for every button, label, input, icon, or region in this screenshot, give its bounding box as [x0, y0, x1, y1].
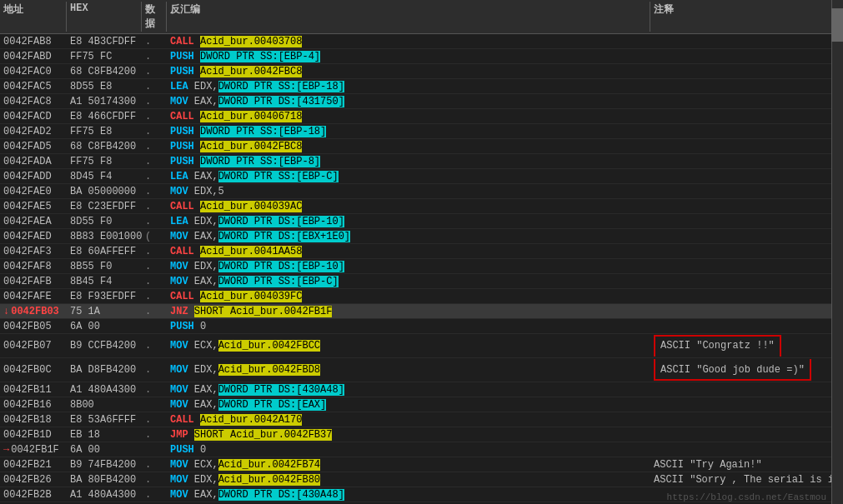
cell-address: 0042FAB8: [0, 35, 67, 48]
cell-disasm: MOV EDX,DWORD PTR DS:[EBP-10]: [167, 260, 650, 273]
cell-address: 0042FB26: [0, 473, 67, 487]
cell-comment: [650, 221, 843, 222]
table-row[interactable]: 0042FB21B9 74FB4200.MOV ECX,Acid_bur.004…: [0, 457, 843, 472]
cell-hex: A1 480A4300: [67, 383, 142, 397]
cell-address: →0042FB1F: [0, 443, 67, 457]
table-row[interactable]: 0042FAF3E8 60AFFEFF.CALL Acid_bur.0041AA…: [0, 244, 843, 259]
cell-hex: EB 18: [67, 428, 142, 442]
cell-address: 0042FB18: [0, 413, 67, 427]
cell-hex: E8 C23EFDFF: [67, 200, 142, 213]
cell-address: 0042FAC8: [0, 95, 67, 108]
table-row[interactable]: 0042FAFB8B45 F4.MOV EAX,DWORD PTR SS:[EB…: [0, 274, 843, 289]
cell-hex: A1 50174300: [67, 95, 142, 108]
cell-hex: A1 480A4300: [67, 488, 142, 502]
cell-comment: [650, 434, 843, 436]
cell-data: .: [142, 413, 167, 427]
table-row[interactable]: 0042FABDFF75 FC.PUSH DWORD PTR SS:[EBP-4…: [0, 49, 843, 64]
table-row[interactable]: 0042FB07B9 CCFB4200.MOV ECX,Acid_bur.004…: [0, 334, 843, 358]
table-row[interactable]: ↓0042FB0375 1A.JNZ SHORT Acid_bur.0042FB…: [0, 304, 843, 319]
table-row[interactable]: 0042FAF88B55 F0.MOV EDX,DWORD PTR DS:[EB…: [0, 259, 843, 274]
cell-address: 0042FAF8: [0, 260, 67, 273]
cell-comment: [650, 404, 843, 406]
cell-comment: [650, 146, 843, 147]
table-row[interactable]: 0042FB18E8 53A6FFFF.CALL Acid_bur.0042A1…: [0, 412, 843, 427]
table-row[interactable]: 0042FAEA8D55 F0.LEA EDX,DWORD PTR DS:[EB…: [0, 214, 843, 229]
main-container: 地址 HEX 数据 反汇编 注释 0042FAB8E8 4B3CFDFF.CAL…: [0, 0, 843, 504]
cell-hex: E8 466CFDFF: [67, 110, 142, 123]
cell-address: 0042FB21: [0, 458, 67, 472]
table-row[interactable]: 0042FAC8A1 50174300.MOV EAX,DWORD PTR DS…: [0, 94, 843, 109]
cell-comment: [650, 41, 843, 42]
cell-address: 0042FAED: [0, 230, 67, 243]
cell-comment: ASCII "Good job dude =)": [650, 358, 843, 382]
cell-hex: E8 60AFFEFF: [67, 245, 142, 258]
cell-data: .: [142, 488, 167, 502]
table-row[interactable]: 0042FADD8D45 F4.LEA EAX,DWORD PTR SS:[EB…: [0, 169, 843, 184]
cell-disasm: CALL Acid_bur.0041AA58: [167, 245, 650, 258]
cell-comment: [650, 116, 843, 117]
cell-data: .: [142, 200, 167, 213]
cell-comment: [650, 281, 843, 282]
table-row[interactable]: 0042FADAFF75 F8.PUSH DWORD PTR SS:[EBP-8…: [0, 154, 843, 169]
cell-disasm: MOV EDX,5: [167, 185, 650, 198]
table-row[interactable]: 0042FB0CBA D8FB4200.MOV EDX,Acid_bur.004…: [0, 358, 843, 382]
table-row[interactable]: 0042FB168B00MOV EAX,DWORD PTR DS:[EAX]: [0, 397, 843, 412]
table-row[interactable]: 0042FAE5E8 C23EFDFF.CALL Acid_bur.004039…: [0, 199, 843, 214]
cell-data: .: [142, 305, 167, 318]
cell-comment: [650, 389, 843, 391]
cell-comment: [650, 236, 843, 237]
cell-data: .: [142, 185, 167, 198]
table-row[interactable]: 0042FB056A 00PUSH 0: [0, 319, 843, 334]
table-row[interactable]: 0042FAE0BA 05000000.MOV EDX,5: [0, 184, 843, 199]
cell-comment: [650, 251, 843, 252]
cell-disasm: PUSH DWORD PTR SS:[EBP-8]: [167, 155, 650, 168]
cell-disasm: MOV EAX,DWORD PTR DS:[430A48]: [167, 383, 650, 397]
cell-data: .: [142, 363, 167, 377]
cell-comment: [650, 176, 843, 177]
cell-hex: 6A 00: [67, 320, 142, 333]
cell-disasm: CALL Acid_bur.00406718: [167, 110, 650, 123]
cell-address: 0042FB1D: [0, 428, 67, 442]
cell-disasm: MOV EAX,DWORD PTR DS:[431750]: [167, 95, 650, 108]
cell-disasm: CALL Acid_bur.004039FC: [167, 290, 650, 303]
table-row[interactable]: →0042FB1F6A 00PUSH 0: [0, 442, 843, 457]
cell-comment: [650, 311, 843, 312]
cell-hex: E8 F93EFDFF: [67, 290, 142, 303]
header-disasm: 反汇编: [167, 2, 650, 32]
table-row[interactable]: 0042FAFEE8 F93EFDFF.CALL Acid_bur.004039…: [0, 289, 843, 304]
cell-hex: FF75 E8: [67, 125, 142, 138]
scrollbar[interactable]: [831, 0, 843, 504]
disasm-table[interactable]: 0042FAB8E8 4B3CFDFF.CALL Acid_bur.004037…: [0, 34, 843, 504]
cell-address: 0042FB2B: [0, 488, 67, 502]
cell-address: 0042FB16: [0, 398, 67, 412]
cell-disasm: PUSH 0: [167, 320, 650, 333]
cell-address: 0042FAFE: [0, 290, 67, 303]
cell-data: .: [142, 155, 167, 168]
cell-disasm: LEA EDX,DWORD PTR SS:[EBP-18]: [167, 80, 650, 93]
table-row[interactable]: 0042FAED8B83 E001000(MOV EAX,DWORD PTR D…: [0, 229, 843, 244]
table-row[interactable]: 0042FAD568 C8FB4200.PUSH Acid_bur.0042FB…: [0, 139, 843, 154]
cell-comment: [650, 449, 843, 451]
table-row[interactable]: 0042FAC58D55 E8.LEA EDX,DWORD PTR SS:[EB…: [0, 79, 843, 94]
table-row[interactable]: 0042FB11A1 480A4300.MOV EAX,DWORD PTR DS…: [0, 382, 843, 397]
header-comment: 注释: [650, 2, 843, 32]
cell-disasm: JNZ SHORT Acid_bur.0042FB1F: [167, 305, 650, 318]
table-row[interactable]: 0042FAB8E8 4B3CFDFF.CALL Acid_bur.004037…: [0, 34, 843, 49]
cell-data: .: [142, 339, 167, 352]
scrollbar-thumb[interactable]: [831, 8, 843, 42]
table-row[interactable]: 0042FB1DEB 18.JMP SHORT Acid_bur.0042FB3…: [0, 427, 843, 442]
cell-data: .: [142, 35, 167, 48]
comment-box: ASCII "Congratz !!": [654, 335, 781, 357]
table-row[interactable]: 0042FACDE8 466CFDFF.CALL Acid_bur.004067…: [0, 109, 843, 124]
cell-data: .: [142, 125, 167, 138]
table-row[interactable]: 0042FAC068 C8FB4200.PUSH Acid_bur.0042FB…: [0, 64, 843, 79]
cell-data: .: [142, 275, 167, 288]
table-row[interactable]: 0042FB26BA 80FB4200.MOV EDX,Acid_bur.004…: [0, 472, 843, 487]
cell-hex: E8 53A6FFFF: [67, 413, 142, 427]
cell-disasm: MOV EDX,Acid_bur.0042FBD8: [167, 363, 650, 377]
header-hex: HEX: [67, 2, 142, 32]
cell-hex: 8D45 F4: [67, 170, 142, 183]
cell-data: .: [142, 140, 167, 153]
cell-disasm: PUSH 0: [167, 443, 650, 457]
table-row[interactable]: 0042FAD2FF75 E8.PUSH DWORD PTR SS:[EBP-1…: [0, 124, 843, 139]
